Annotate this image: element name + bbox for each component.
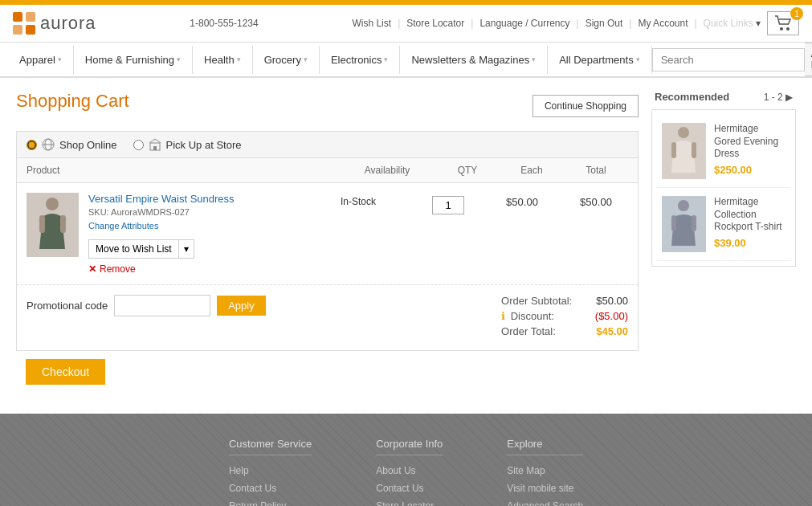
footer-customer-service-heading: Customer Service [229, 438, 312, 455]
logo[interactable]: aurora [13, 12, 96, 35]
footer-link-contact-us[interactable]: Contact Us [229, 483, 312, 494]
pick-up-radio[interactable] [133, 140, 144, 150]
product-name-link[interactable]: Versatil Empire Waist Sundress [88, 193, 235, 205]
chevron-down-icon: ▾ [177, 55, 181, 63]
remove-icon: ✕ [88, 263, 96, 275]
rec-item-2-image [662, 196, 706, 252]
nav-item-home-furnishing[interactable]: Home & Furnishing ▾ [74, 46, 193, 74]
store-locator-link[interactable]: Store Locator [406, 18, 464, 29]
header-right: Wish List | Store Locator | Language / C… [352, 11, 799, 35]
svg-rect-15 [39, 215, 45, 233]
main-content: Shopping Cart Continue Shopping Shop Onl… [0, 78, 812, 406]
svg-point-22 [678, 200, 689, 211]
recommended-next[interactable]: ▶ [785, 92, 793, 103]
product-availability: In-Stock [310, 193, 406, 207]
rec-item-1-details: Hermitage Gored Evening Dress $250.00 [714, 123, 785, 176]
cart-table: Product Availability QTY Each Total [16, 158, 639, 351]
language-currency-link[interactable]: Language / Currency [479, 18, 569, 29]
product-image [27, 193, 79, 257]
svg-point-5 [786, 27, 790, 31]
wish-list-link[interactable]: Wish List [352, 18, 391, 29]
nav-item-grocery[interactable]: Grocery ▾ [253, 46, 320, 74]
remove-button[interactable]: ✕ Remove [88, 263, 300, 275]
nav-item-all-departments[interactable]: All Departments ▾ [548, 46, 651, 74]
chevron-down-icon: ▾ [384, 55, 388, 63]
footer-link-site-map[interactable]: Site Map [507, 465, 583, 476]
header-phone: 1-800-555-1234 [190, 18, 258, 29]
logo-text: aurora [40, 13, 96, 34]
recommended-header: Recommended 1 - 2 ▶ [651, 91, 796, 103]
recommended-list: Hermitage Gored Evening Dress $250.00 He… [651, 109, 796, 267]
apply-promo-button[interactable]: Apply [217, 296, 266, 316]
recommended-item-1: Hermitage Gored Evening Dress $250.00 [657, 115, 790, 188]
cart-section: Shopping Cart Continue Shopping Shop Onl… [16, 91, 639, 393]
promo-section: Promotional code Apply [27, 295, 266, 316]
checkout-button[interactable]: Checkout [26, 359, 105, 385]
change-attributes-link[interactable]: Change Attributes [88, 221, 158, 231]
order-total-row: Order Total: $45.00 [501, 325, 628, 337]
svg-rect-24 [692, 215, 696, 231]
nav-search: All Departments ▾ [652, 43, 812, 76]
svg-rect-12 [153, 146, 157, 150]
quantity-input[interactable] [432, 196, 464, 214]
footer-link-store-locator[interactable]: Store Locator [376, 500, 443, 506]
cart-button[interactable]: 1 [767, 11, 799, 35]
svg-rect-20 [692, 142, 696, 158]
header: aurora 1-800-555-1234 Wish List | Store … [0, 5, 812, 43]
table-row: Versatil Empire Waist Sundress SKU: Auro… [17, 183, 638, 285]
footer-link-advanced-search[interactable]: Advanced Search [507, 500, 583, 506]
pick-up-tab[interactable]: Pick Up at Store [133, 138, 242, 151]
chevron-down-icon: ▾ [532, 55, 536, 63]
footer-corporate-info: Corporate Info About Us Contact Us Store… [376, 438, 443, 506]
nav-bar: Apparel ▾ Home & Furnishing ▾ Health ▾ G… [0, 43, 812, 78]
cart-badge: 1 [790, 7, 803, 20]
footer-link-help[interactable]: Help [229, 465, 312, 476]
discount-icon: ℹ [501, 310, 505, 322]
product-actions: Move to Wish List ▾ ✕ Remove [88, 239, 300, 275]
footer-link-contact-us-corp[interactable]: Contact Us [376, 483, 443, 494]
cart-table-header: Product Availability QTY Each Total [17, 158, 638, 183]
nav-item-electronics[interactable]: Electronics ▾ [320, 46, 401, 74]
search-input[interactable] [652, 48, 805, 71]
search-department-dropdown[interactable]: All Departments ▾ [805, 43, 812, 76]
footer-link-about-us[interactable]: About Us [376, 465, 443, 476]
svg-point-14 [46, 198, 59, 210]
chevron-down-icon: ▾ [58, 55, 62, 63]
footer-link-return-policy[interactable]: Return Policy [229, 500, 312, 506]
nav-item-apparel[interactable]: Apparel ▾ [8, 46, 74, 74]
move-to-wishlist-button[interactable]: Move to Wish List [88, 239, 179, 259]
nav-item-newsletters[interactable]: Newsletters & Magazines ▾ [400, 46, 548, 74]
product-total-price: $50.00 [564, 193, 628, 208]
footer-link-mobile-site[interactable]: Visit mobile site [507, 483, 583, 494]
nav-item-health[interactable]: Health ▾ [193, 46, 253, 74]
svg-rect-19 [671, 142, 676, 158]
cart-icon [774, 15, 792, 31]
svg-rect-3 [26, 25, 35, 35]
svg-rect-23 [671, 215, 676, 231]
fulfillment-tabs: Shop Online Pick Up at Store [16, 131, 639, 158]
wishlist-dropdown-arrow[interactable]: ▾ [179, 239, 194, 259]
page-title: Shopping Cart [16, 91, 129, 112]
promo-totals-row: Promotional code Apply Order Subtotal: $… [17, 285, 638, 350]
shop-online-radio[interactable] [27, 140, 37, 150]
svg-point-4 [780, 27, 783, 31]
chevron-down-icon: ▾ [636, 55, 640, 63]
store-icon [149, 138, 161, 151]
sign-out-link[interactable]: Sign Out [586, 18, 623, 29]
my-account-link[interactable]: My Account [638, 18, 688, 29]
shop-online-tab[interactable]: Shop Online [27, 138, 117, 151]
svg-rect-2 [13, 25, 22, 35]
wishlist-dropdown[interactable]: Move to Wish List ▾ [88, 239, 300, 259]
footer: Customer Service Help Contact Us Return … [0, 414, 812, 506]
promo-code-input[interactable] [114, 295, 210, 316]
rec-item-1-image [662, 123, 706, 179]
footer-customer-service: Customer Service Help Contact Us Return … [229, 438, 312, 506]
rec-item-2-details: Hermitage Collection Rockport T-shirt $3… [714, 196, 785, 249]
recommended-pagination: 1 - 2 ▶ [764, 92, 793, 103]
quick-links-link[interactable]: Quick Links ▾ [704, 18, 761, 29]
continue-shopping-button[interactable]: Continue Shopping [532, 95, 639, 117]
svg-rect-1 [26, 12, 35, 22]
svg-rect-16 [60, 215, 66, 233]
footer-corporate-info-heading: Corporate Info [376, 438, 443, 455]
subtotal-row: Order Subtotal: $50.00 [501, 295, 628, 307]
